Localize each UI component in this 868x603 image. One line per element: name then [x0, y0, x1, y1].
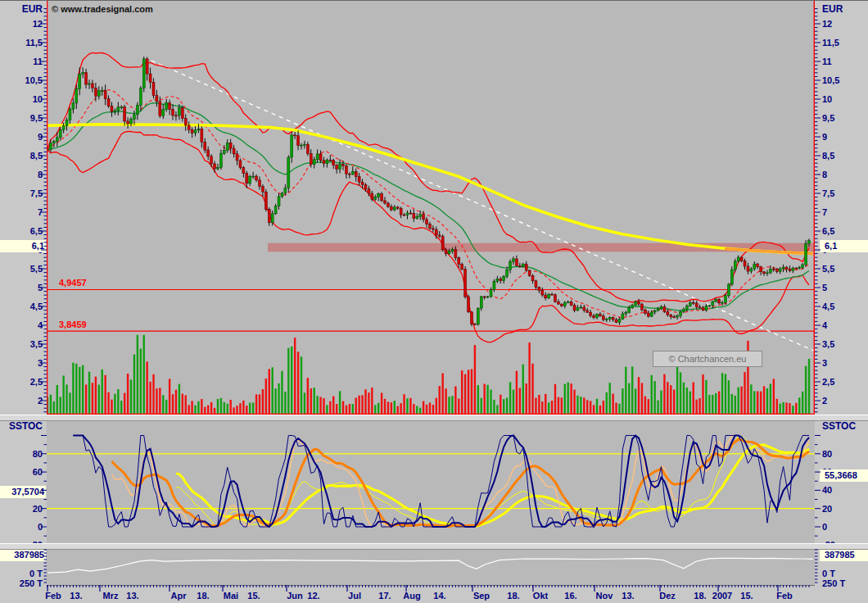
time-axis-label: Aug — [403, 591, 420, 601]
price-tick-label-left: 9,5 — [0, 113, 43, 124]
time-axis-label: Dez — [659, 591, 676, 601]
price-tick-label-right: 3 — [822, 358, 866, 369]
volume-value-marker-left: 387985 — [0, 549, 46, 561]
sstoc-tick-label-right: 0 — [822, 522, 866, 533]
price-tick-label-left: 4,5 — [0, 302, 43, 312]
price-tick-label-right: 4 — [822, 320, 866, 331]
price-tick-label-right: 2 — [822, 396, 866, 406]
time-axis-label: 13. — [70, 591, 82, 601]
price-tick-label-right: 6,5 — [822, 226, 866, 237]
price-tick-label-left: 10,5 — [0, 75, 43, 86]
price-tick-label-left: 3,5 — [0, 339, 43, 350]
time-axis-label: 15. — [247, 591, 260, 601]
sstoc-tick-label-left: 0 — [0, 522, 43, 533]
time-axis-label: 18. — [694, 591, 706, 601]
sstoc-left-ticks — [40, 419, 47, 543]
currency-label-left: EUR — [0, 4, 43, 15]
watermark-badge: © Chartchancen.eu — [653, 351, 762, 367]
sstoc-panel[interactable] — [47, 419, 815, 543]
sstoc-tick-label-right: 80 — [822, 449, 866, 460]
price-tick-label-left: 4 — [0, 320, 43, 331]
price-tick-label-left: 11,5 — [0, 38, 43, 48]
time-axis-label: Sep — [473, 591, 490, 601]
time-axis-label: 13. — [622, 591, 634, 601]
price-tick-label-right: 9 — [822, 132, 866, 143]
price-tick-label-right: 5 — [822, 283, 866, 293]
hline-value-label: 3,8459 — [59, 320, 87, 330]
price-tick-label-left: 10 — [0, 94, 43, 105]
price-tick-label-right: 8,5 — [822, 151, 866, 161]
volume-value-marker-right: 387985 — [820, 549, 868, 561]
time-axis-label: 16. — [564, 591, 576, 601]
left-price-axis-ticks — [40, 1, 47, 415]
volume-tick-label-left: 250 T — [0, 578, 43, 589]
time-axis-label: Feb — [776, 591, 793, 601]
price-tick-label-right: 10 — [822, 94, 866, 105]
time-axis-label: Feb — [45, 591, 61, 601]
time-axis-label: Jul — [348, 591, 361, 601]
price-tick-label-right: 7 — [822, 207, 866, 218]
time-axis-label: 13. — [126, 591, 138, 601]
copyright-label: © www.tradesignal.com — [52, 4, 153, 15]
price-tick-label-left: 5 — [0, 283, 43, 293]
price-tick-label-left: 12 — [0, 19, 43, 29]
currency-label-right: EUR — [822, 4, 843, 15]
price-tick-label-left: 9 — [0, 132, 43, 143]
price-tick-label-left: 8 — [0, 170, 43, 180]
price-tick-label-right: 4,5 — [822, 302, 866, 312]
price-tick-label-left: 8,5 — [0, 151, 43, 161]
volume-right-ticks — [815, 548, 821, 585]
price-tick-label-left: 6,5 — [0, 226, 43, 237]
time-axis-label: 18. — [507, 591, 519, 601]
time-axis-label: Nov — [596, 591, 613, 601]
price-tick-label-right: 9,5 — [822, 113, 866, 124]
price-tick-label-right: 8 — [822, 170, 866, 180]
price-marker-right: 6,1 — [820, 240, 868, 252]
price-tick-label-left: 2,5 — [0, 377, 43, 388]
time-axis-label: 17. — [378, 591, 391, 601]
panel-splitter[interactable] — [0, 415, 868, 421]
time-axis-label: Mai — [224, 591, 238, 601]
panel-splitter[interactable] — [0, 543, 868, 550]
time-axis-label: 2007 — [712, 591, 732, 601]
time-axis-label: Okt — [533, 591, 548, 601]
hline-value-label: 4,9457 — [59, 278, 87, 288]
sstoc-title-right: SSTOC — [822, 421, 856, 432]
price-tick-label-left: 3 — [0, 358, 43, 369]
sstoc-tick-label-left: 20 — [0, 504, 43, 515]
time-axis-label: 14. — [433, 591, 445, 601]
time-axis-label: Jun — [287, 591, 303, 601]
price-tick-label-right: 7,5 — [822, 188, 866, 199]
volume-left-ticks — [40, 548, 47, 585]
sstoc-tick-label-left: 60 — [0, 467, 43, 478]
price-tick-label-right: 2,5 — [822, 377, 866, 388]
price-tick-label-right: 10,5 — [822, 75, 866, 86]
price-tick-label-right: 5,5 — [822, 264, 866, 274]
sstoc-right-ticks — [815, 419, 821, 543]
cumulative-volume-panel[interactable] — [47, 548, 815, 585]
volume-tick-label-right: 250 T — [822, 578, 866, 589]
sstoc-title-left: SSTOC — [0, 421, 43, 432]
price-tick-label-left: 2 — [0, 396, 43, 406]
time-axis-label: 15. — [740, 591, 753, 601]
sstoc-tick-label-right: 40 — [822, 485, 866, 496]
price-tick-label-left: 7 — [0, 207, 43, 218]
time-axis-label: 18. — [197, 591, 209, 601]
price-tick-label-left: 5,5 — [0, 264, 43, 274]
price-tick-label-right: 3,5 — [822, 339, 866, 350]
time-axis-label: Mrz — [103, 591, 119, 601]
price-marker-left: 6,1 — [0, 240, 46, 252]
price-tick-label-right: 12 — [822, 19, 866, 29]
trading-chart-window: EUR © www.tradesignal.com EUR 4,9457 3,8… — [0, 0, 868, 603]
sstoc-value-marker-right: 55,3668 — [820, 469, 868, 482]
time-axis-label: Apr — [171, 591, 187, 601]
price-tick-label-right: 11,5 — [822, 38, 866, 48]
sstoc-value-marker-left: 37,5704 — [0, 486, 46, 498]
price-tick-label-right: 11 — [822, 57, 866, 67]
sstoc-tick-label-right: 20 — [822, 504, 866, 515]
price-tick-label-left: 7,5 — [0, 188, 43, 199]
price-tick-label-left: 11 — [0, 57, 43, 67]
time-axis-label: 12. — [307, 591, 319, 601]
right-price-axis-ticks — [815, 1, 821, 415]
sstoc-tick-label-left: 80 — [0, 449, 43, 460]
